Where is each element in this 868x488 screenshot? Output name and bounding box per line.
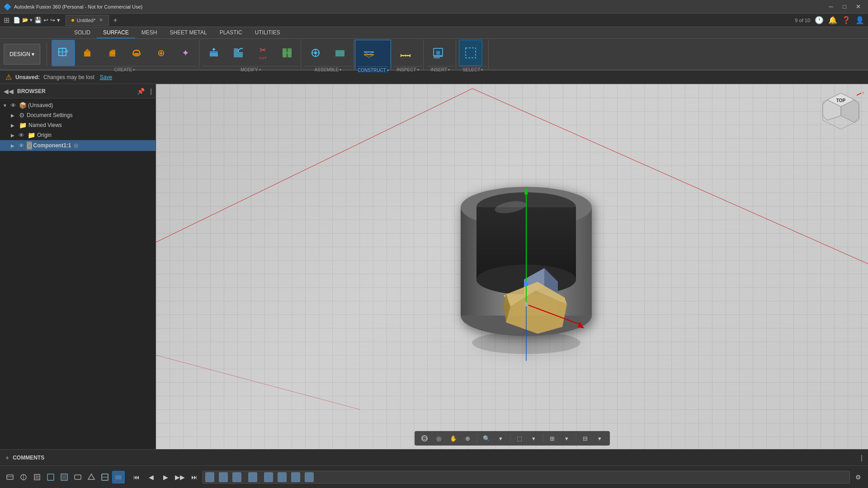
- save-button[interactable]: Save: [100, 74, 112, 80]
- timeline-marker[interactable]: [248, 472, 257, 482]
- view-settings-drop-button[interactable]: ▾: [594, 433, 606, 444]
- more-create-button[interactable]: ⊕: [149, 40, 173, 66]
- component-target-icon[interactable]: ◎: [74, 142, 78, 149]
- tab-surface[interactable]: SURFACE: [97, 28, 135, 38]
- join-button[interactable]: [275, 40, 299, 66]
- new-file-button[interactable]: 📄: [13, 17, 20, 23]
- open-file-button[interactable]: 📂 ▾: [22, 17, 33, 23]
- timeline-marker[interactable]: [278, 472, 287, 482]
- joint-button[interactable]: [304, 40, 327, 66]
- collapse-browser-button[interactable]: ◀◀: [4, 88, 14, 95]
- resize-handle-bottom[interactable]: |: [861, 454, 863, 461]
- timeline-marker[interactable]: [219, 472, 228, 482]
- display-drop-button[interactable]: ▾: [528, 433, 540, 444]
- cut-button[interactable]: ✂ CUT: [251, 40, 274, 66]
- tl-feature-5[interactable]: [58, 471, 71, 483]
- tab-mesh[interactable]: MESH: [135, 28, 164, 38]
- play-last-button[interactable]: ⏭: [188, 471, 201, 483]
- user-button[interactable]: 👤: [855, 16, 864, 24]
- play-next-button[interactable]: ▶▶: [174, 471, 186, 483]
- help-button[interactable]: ❓: [842, 16, 851, 24]
- timeline-settings-button[interactable]: ⚙: [852, 471, 864, 483]
- viewport[interactable]: TOP N ◎ ✋ ⊕ 🔍 ▾ ⬚ ▾: [156, 84, 868, 449]
- tab-utilities[interactable]: UTILITIES: [249, 28, 287, 38]
- eye-icon-component[interactable]: 👁: [19, 142, 24, 149]
- named-views-icon: 📁: [19, 122, 27, 129]
- zoom-fit-button[interactable]: 🔍: [480, 433, 493, 444]
- timeline-marker[interactable]: [205, 472, 214, 482]
- grid-button[interactable]: ⊞: [546, 433, 559, 444]
- tree-expand-arrow[interactable]: ▶: [11, 133, 17, 138]
- tl-feature-2[interactable]: [17, 471, 30, 483]
- zoom-button[interactable]: ⊕: [462, 433, 474, 444]
- tl-feature-1[interactable]: [4, 471, 16, 483]
- play-first-button[interactable]: ⏮: [130, 471, 143, 483]
- display-mode-button[interactable]: ⬚: [513, 433, 526, 444]
- tree-item-named-views[interactable]: ▶ 📁 Named Views: [0, 120, 156, 130]
- timeline-marker[interactable]: [305, 472, 314, 482]
- orbit-button[interactable]: [418, 433, 431, 444]
- clock-button[interactable]: 🕐: [815, 16, 824, 24]
- tl-feature-6[interactable]: [71, 471, 84, 483]
- minimize-button[interactable]: ─: [825, 2, 837, 11]
- view-settings-button[interactable]: ⊟: [579, 433, 592, 444]
- resize-handle[interactable]: |: [150, 88, 152, 95]
- rigid-group-button[interactable]: [328, 40, 352, 66]
- tl-feature-4[interactable]: [44, 471, 57, 483]
- fillet-button[interactable]: [226, 40, 250, 66]
- add-tab-button[interactable]: +: [110, 15, 121, 26]
- special-create-button[interactable]: ✦: [174, 40, 197, 66]
- timeline-marker[interactable]: [264, 472, 273, 482]
- sketch-button[interactable]: [52, 40, 75, 66]
- tl-feature-3[interactable]: [31, 471, 43, 483]
- zoom-drop-button[interactable]: ▾: [495, 433, 507, 444]
- tl-feature-7[interactable]: [85, 471, 98, 483]
- tree-expand-arrow[interactable]: ▶: [11, 113, 17, 118]
- tab-sheet-metal[interactable]: SHEET METAL: [163, 28, 213, 38]
- tab-close-button[interactable]: ✕: [99, 17, 103, 23]
- tree-item-origin[interactable]: ▶ 👁 📁 Origin: [0, 130, 156, 140]
- offset-plane-button[interactable]: [357, 40, 381, 66]
- svg-rect-16: [234, 48, 238, 52]
- save-file-button[interactable]: 💾: [34, 17, 42, 23]
- design-mode-button[interactable]: DESIGN ▾: [4, 44, 40, 65]
- timeline-track[interactable]: [203, 471, 850, 483]
- revolve-button[interactable]: [125, 40, 148, 66]
- close-button[interactable]: ✕: [852, 2, 864, 11]
- tree-item-component1[interactable]: ▶ 👁 □ Component1:1 ◎: [0, 140, 156, 151]
- notification-button[interactable]: 🔔: [828, 16, 837, 24]
- tab-plastic[interactable]: PLASTIC: [213, 28, 249, 38]
- 3d-model[interactable]: [440, 171, 612, 362]
- play-prev-button[interactable]: ◀: [145, 471, 157, 483]
- maximize-button[interactable]: □: [838, 2, 851, 11]
- look-at-button[interactable]: ◎: [433, 433, 445, 444]
- undo-button[interactable]: ↩: [43, 17, 48, 23]
- pin-browser-button[interactable]: 📌: [137, 88, 145, 95]
- tab-solid[interactable]: SOLID: [68, 28, 97, 38]
- add-comment-icon[interactable]: +: [5, 454, 9, 461]
- tree-root-item[interactable]: ▼ 👁 📦 (Unsaved): [0, 100, 156, 110]
- tl-feature-9[interactable]: [112, 471, 125, 483]
- redo-button[interactable]: ↪ ▾: [50, 17, 60, 23]
- timeline-marker[interactable]: [232, 472, 241, 482]
- viewcube[interactable]: TOP N: [818, 89, 863, 134]
- create-box-button[interactable]: [100, 40, 124, 66]
- measure-button[interactable]: [394, 40, 417, 66]
- tree-expand-arrow[interactable]: ▶: [11, 143, 17, 148]
- tree-eye-icon[interactable]: 👁: [10, 102, 16, 109]
- extrude-button[interactable]: [76, 40, 99, 66]
- tree-item-doc-settings[interactable]: ▶ ⚙ Document Settings: [0, 110, 156, 120]
- grid-drop-button[interactable]: ▾: [561, 433, 573, 444]
- pan-button[interactable]: ✋: [447, 433, 460, 444]
- eye-icon-origin[interactable]: 👁: [19, 132, 24, 139]
- tl-feature-8[interactable]: [99, 471, 111, 483]
- play-button[interactable]: ▶: [159, 471, 172, 483]
- tree-expand-arrow[interactable]: ▼: [3, 103, 9, 108]
- insert-button[interactable]: [426, 40, 450, 66]
- timeline-marker[interactable]: [291, 472, 300, 482]
- press-pull-button[interactable]: [202, 40, 226, 66]
- app-menu-button[interactable]: ⊞: [4, 16, 9, 24]
- tree-expand-arrow[interactable]: ▶: [11, 123, 17, 128]
- select-mode-button[interactable]: [459, 40, 482, 66]
- document-tab[interactable]: Untitled* ✕: [66, 15, 109, 26]
